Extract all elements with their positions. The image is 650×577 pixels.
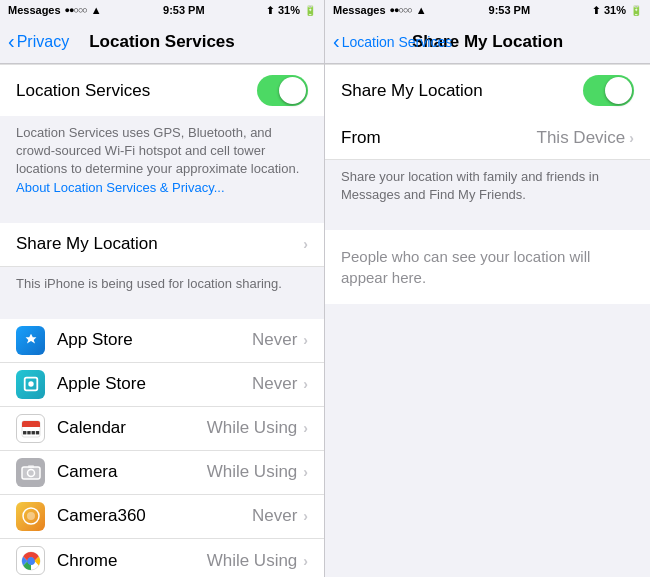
battery-icon-right: 🔋 — [630, 5, 642, 16]
from-label: From — [341, 128, 381, 148]
camera360-label: Camera360 — [57, 506, 252, 526]
from-value-container: This Device › — [537, 128, 634, 148]
location-icon-left: ⬆ — [266, 5, 274, 16]
share-my-location-row[interactable]: Share My Location › — [0, 223, 324, 267]
app-name-left: Messages — [8, 4, 61, 16]
back-button-left[interactable]: ‹ Privacy — [8, 32, 69, 51]
calendar-icon: ■■■■ — [16, 414, 45, 443]
signal-left: ●●○○○ — [65, 5, 87, 15]
nav-bar-right: ‹ Location Services Share My Location — [325, 20, 650, 64]
share-location-toggle-label: Share My Location — [341, 81, 483, 101]
list-item[interactable]: App Store Never › — [0, 319, 324, 363]
share-location-toggle-row: Share My Location — [325, 65, 650, 116]
from-section: From This Device › — [325, 116, 650, 160]
signal-right: ●●○○○ — [390, 5, 412, 15]
right-panel: Messages ●●○○○ ▲ 9:53 PM ⬆ 31% 🔋 ‹ Locat… — [325, 0, 650, 577]
camera-icon — [16, 458, 45, 487]
location-services-toggle[interactable] — [257, 75, 308, 106]
from-device-value: This Device — [537, 128, 626, 148]
chrome-value: While Using — [207, 551, 298, 571]
from-row[interactable]: From This Device › — [325, 116, 650, 160]
applestore-chevron: › — [303, 376, 308, 392]
status-bar-right: Messages ●●○○○ ▲ 9:53 PM ⬆ 31% 🔋 — [325, 0, 650, 20]
left-panel: Messages ●●○○○ ▲ 9:53 PM ⬆ 31% 🔋 ‹ Priva… — [0, 0, 325, 577]
location-desc-block: Location Services uses GPS, Bluetooth, a… — [0, 116, 324, 207]
svg-rect-4 — [22, 425, 40, 427]
location-services-label: Location Services — [16, 81, 150, 101]
share-my-location-label: Share My Location — [16, 234, 158, 254]
location-services-section: Location Services — [0, 64, 324, 116]
calendar-label: Calendar — [57, 418, 207, 438]
location-services-row: Location Services — [0, 65, 324, 116]
svg-rect-8 — [28, 465, 34, 468]
right-content: Share My Location From This Device › Sha… — [325, 64, 650, 577]
location-desc-text: Location Services uses GPS, Bluetooth, a… — [16, 125, 299, 176]
location-icon-right: ⬆ — [592, 5, 600, 16]
camera-value: While Using — [207, 462, 298, 482]
list-item[interactable]: Chrome While Using › — [0, 539, 324, 577]
nav-title-left: Location Services — [89, 32, 235, 52]
share-location-toggle[interactable] — [583, 75, 634, 106]
time-right: 9:53 PM — [489, 4, 531, 16]
empty-text: People who can see your location will ap… — [325, 230, 650, 304]
share-description: Share your location with family and frie… — [325, 160, 650, 214]
location-description: Location Services uses GPS, Bluetooth, a… — [0, 116, 324, 207]
list-item[interactable]: Camera360 Never › — [0, 495, 324, 539]
share-location-section: Share My Location › — [0, 223, 324, 267]
wifi-icon-left: ▲ — [91, 4, 102, 16]
svg-point-1 — [28, 382, 33, 387]
app-list-section: App Store Never › Apple Store Never › — [0, 319, 324, 577]
wifi-icon-right: ▲ — [416, 4, 427, 16]
svg-point-10 — [27, 512, 35, 520]
app-name-right: Messages — [333, 4, 386, 16]
battery-icon-left: 🔋 — [304, 5, 316, 16]
back-button-right[interactable]: ‹ Location Services — [333, 32, 452, 51]
applestore-icon — [16, 370, 45, 399]
back-chevron-left: ‹ — [8, 31, 15, 51]
camera360-value: Never — [252, 506, 297, 526]
time-left: 9:53 PM — [163, 4, 205, 16]
share-location-toggle-section: Share My Location — [325, 64, 650, 116]
nav-bar-left: ‹ Privacy Location Services — [0, 20, 324, 64]
appstore-label: App Store — [57, 330, 252, 350]
status-bar-left: Messages ●●○○○ ▲ 9:53 PM ⬆ 31% 🔋 — [0, 0, 324, 20]
applestore-label: Apple Store — [57, 374, 252, 394]
appstore-icon — [16, 326, 45, 355]
back-label-left: Privacy — [17, 33, 69, 51]
list-item[interactable]: Camera While Using › — [0, 451, 324, 495]
location-link[interactable]: About Location Services & Privacy... — [16, 180, 225, 195]
share-subtext: This iPhone is being used for location s… — [0, 267, 324, 303]
share-chevron: › — [303, 236, 308, 252]
from-chevron: › — [629, 130, 634, 146]
back-chevron-right: ‹ — [333, 31, 340, 51]
camera-chevron: › — [303, 464, 308, 480]
list-item[interactable]: Apple Store Never › — [0, 363, 324, 407]
svg-point-13 — [27, 557, 34, 564]
people-section: People who can see your location will ap… — [325, 230, 650, 304]
svg-text:■■■■: ■■■■ — [22, 429, 39, 436]
camera-label: Camera — [57, 462, 207, 482]
appstore-chevron: › — [303, 332, 308, 348]
calendar-chevron: › — [303, 420, 308, 436]
chrome-chevron: › — [303, 553, 308, 569]
chrome-icon — [16, 546, 45, 575]
applestore-value: Never — [252, 374, 297, 394]
back-label-right: Location Services — [342, 34, 453, 50]
camera360-chevron: › — [303, 508, 308, 524]
calendar-value: While Using — [207, 418, 298, 438]
battery-pct-left: 31% — [278, 4, 300, 16]
left-content: Location Services Location Services uses… — [0, 64, 324, 577]
chrome-label: Chrome — [57, 551, 207, 571]
battery-pct-right: 31% — [604, 4, 626, 16]
appstore-value: Never — [252, 330, 297, 350]
camera360-icon — [16, 502, 45, 531]
list-item[interactable]: ■■■■ Calendar While Using › — [0, 407, 324, 451]
